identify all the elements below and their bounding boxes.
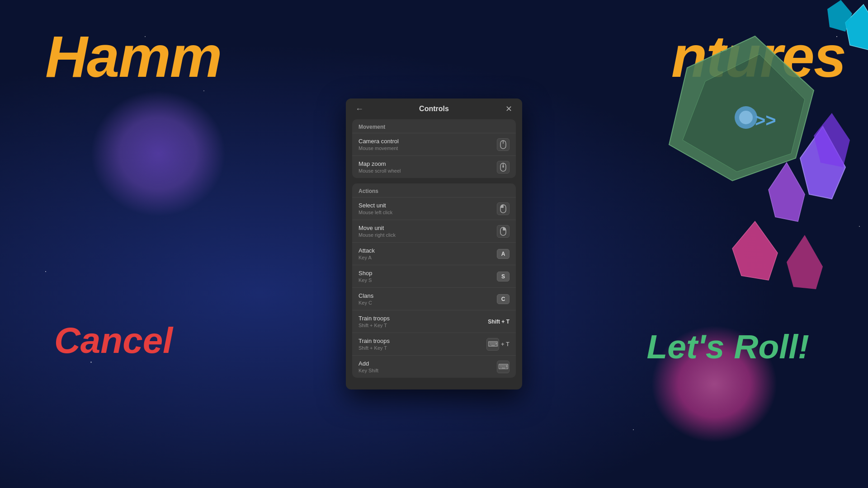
camera-control-binding: [497, 138, 509, 151]
select-unit-info: Select unit Mouse left click: [359, 202, 392, 215]
actions-section: Actions Select unit Mouse left click: [352, 183, 516, 378]
train-troops-1-key: Shift + Key T: [359, 323, 390, 328]
controls-modal: ← Controls ✕ Movement Camera control Mou…: [346, 99, 522, 389]
train-troops-2-key: Shift + Key T: [359, 345, 390, 351]
modal-header: ← Controls ✕: [346, 99, 522, 119]
add-row: Add Key Shift ⌨: [352, 355, 516, 378]
map-zoom-row: Map zoom Mouse scroll wheel: [352, 155, 516, 178]
clans-row: Clans Key C C: [352, 287, 516, 310]
train-troops-2-binding: ⌨ + T: [486, 338, 509, 351]
select-unit-key: Mouse left click: [359, 210, 392, 215]
select-unit-name: Select unit: [359, 202, 392, 209]
train-troops-2-name: Train troops: [359, 338, 390, 344]
shop-key-badge: S: [497, 272, 509, 282]
mouse-scroll-icon: [497, 161, 509, 174]
mouse-right-icon: [497, 225, 509, 238]
add-key: Key Shift: [359, 368, 378, 373]
camera-control-key: Mouse movement: [359, 145, 399, 151]
attack-name: Attack: [359, 247, 375, 254]
map-zoom-key: Mouse scroll wheel: [359, 168, 401, 174]
map-zoom-info: Map zoom Mouse scroll wheel: [359, 160, 401, 174]
train-troops-1-row: Train troops Shift + Key T Shift + T: [352, 310, 516, 333]
train-troops-2-info: Train troops Shift + Key T: [359, 338, 390, 351]
select-unit-row: Select unit Mouse left click: [352, 197, 516, 220]
add-binding: ⌨: [497, 361, 509, 373]
attack-key-badge: A: [497, 249, 509, 259]
move-unit-row: Move unit Mouse right click: [352, 220, 516, 242]
map-zoom-binding: [497, 161, 509, 174]
add-info: Add Key Shift: [359, 360, 378, 373]
add-name: Add: [359, 360, 378, 367]
keyboard-icon: ⌨: [486, 338, 499, 351]
move-unit-name: Move unit: [359, 225, 396, 231]
clans-key-badge: C: [497, 294, 509, 304]
modal-overlay: ← Controls ✕ Movement Camera control Mou…: [0, 0, 868, 488]
camera-control-name: Camera control: [359, 138, 399, 145]
mouse-left-icon: [497, 202, 509, 215]
camera-control-row: Camera control Mouse movement: [352, 133, 516, 155]
move-unit-binding: [497, 225, 509, 238]
map-zoom-name: Map zoom: [359, 160, 401, 167]
clans-binding: C: [497, 294, 509, 304]
shop-row: Shop Key S S: [352, 265, 516, 287]
move-unit-key: Mouse right click: [359, 232, 396, 238]
plus-label: + T: [501, 341, 509, 347]
clans-info: Clans Key C: [359, 292, 373, 305]
modal-title: Controls: [419, 105, 449, 113]
train-troops-1-info: Train troops Shift + Key T: [359, 315, 390, 328]
mouse-full-icon: [497, 138, 509, 151]
train-troops-1-name: Train troops: [359, 315, 390, 322]
actions-section-header: Actions: [352, 183, 516, 197]
train-troops-2-row: Train troops Shift + Key T ⌨ + T: [352, 333, 516, 355]
close-button[interactable]: ✕: [502, 103, 515, 115]
select-unit-binding: [497, 202, 509, 215]
attack-row: Attack Key A A: [352, 242, 516, 265]
shop-info: Shop Key S: [359, 270, 372, 283]
svg-rect-16: [503, 165, 504, 168]
move-unit-info: Move unit Mouse right click: [359, 225, 396, 238]
camera-control-info: Camera control Mouse movement: [359, 138, 399, 151]
add-keyboard-icon: ⌨: [497, 361, 509, 373]
shop-binding: S: [497, 272, 509, 282]
attack-binding: A: [497, 249, 509, 259]
back-button[interactable]: ←: [353, 103, 366, 115]
attack-info: Attack Key A: [359, 247, 375, 260]
movement-section: Movement Camera control Mouse movement: [352, 119, 516, 178]
clans-key: Key C: [359, 300, 373, 305]
train-troops-1-binding: Shift + T: [488, 319, 509, 325]
clans-name: Clans: [359, 292, 373, 299]
attack-key: Key A: [359, 255, 375, 260]
train-troops-1-combo: Shift + T: [488, 319, 509, 325]
shop-key: Key S: [359, 277, 372, 283]
shop-name: Shop: [359, 270, 372, 277]
modal-body[interactable]: Movement Camera control Mouse movement: [346, 119, 522, 389]
movement-section-header: Movement: [352, 119, 516, 133]
